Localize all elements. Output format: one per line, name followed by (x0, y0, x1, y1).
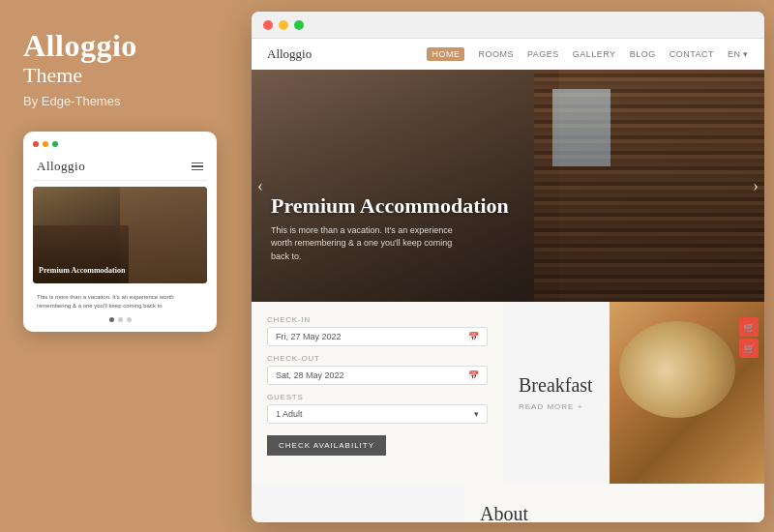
breakfast-bowl-visual (619, 321, 735, 418)
site-logo: Alloggio (267, 46, 312, 62)
checkin-label: CHECK-IN (267, 315, 488, 324)
mobile-header: Alloggio (33, 155, 207, 181)
brand-subtitle: Theme (23, 63, 217, 88)
breakfast-section: Breakfast READ MORE + (503, 302, 764, 484)
check-availability-button[interactable]: CHECK AVAILABILITY (267, 435, 386, 456)
nav-blog[interactable]: BLOG (630, 49, 656, 59)
hero-next-arrow[interactable]: › (753, 176, 759, 196)
mobile-hero-title: Premium Accommodation (39, 266, 125, 276)
nav-pages[interactable]: PAGES (527, 49, 559, 59)
hamburger-icon[interactable] (192, 163, 203, 171)
hero-subtitle: This is more than a vacation. It's an ex… (271, 224, 464, 264)
hero-section: ‹ › Premium Accommodation This is more t… (252, 70, 764, 302)
mobile-dot-1[interactable] (109, 317, 114, 322)
breakfast-read-more[interactable]: READ MORE + (519, 402, 593, 411)
checkin-input[interactable]: Fri, 27 May 2022 📅 (267, 327, 488, 346)
nav-contact[interactable]: CONTACT (670, 49, 714, 59)
guests-select[interactable]: 1 Adult ▾ (267, 404, 488, 424)
guests-field: GUESTS 1 Adult ▾ (267, 393, 488, 424)
floating-icon-2[interactable]: 🛒 (739, 339, 759, 358)
guests-value: 1 Adult (276, 409, 303, 419)
hero-title: Premium Accommodation (271, 193, 509, 219)
nav-rooms[interactable]: ROOMS (478, 49, 514, 59)
mobile-close-dot (33, 141, 39, 147)
mobile-max-dot (52, 141, 58, 147)
hero-text-block: Premium Accommodation This is more than … (271, 193, 509, 264)
floating-icons: 🛒 🛒 (739, 317, 759, 358)
nav-lang[interactable]: EN ▾ (728, 49, 749, 59)
mobile-dot-3[interactable] (127, 317, 132, 322)
checkout-label: CHECK-OUT (267, 354, 488, 363)
about-title: About (480, 503, 528, 523)
browser-close-button[interactable] (263, 20, 273, 30)
checkin-value: Fri, 27 May 2022 (276, 332, 342, 341)
left-panel: Alloggio Theme By Edge-Themes Alloggio P… (0, 0, 240, 532)
hero-overlay (252, 70, 764, 302)
browser-topbar (252, 12, 764, 39)
mobile-min-dot (43, 141, 48, 147)
browser-maximize-button[interactable] (294, 20, 304, 30)
site-navigation: Alloggio HOME ROOMS PAGES GALLERY BLOG C… (252, 39, 764, 70)
hero-prev-arrow[interactable]: ‹ (257, 176, 263, 196)
floating-icon-1[interactable]: 🛒 (739, 317, 759, 337)
nav-links: HOME ROOMS PAGES GALLERY BLOG CONTACT EN… (427, 47, 749, 61)
brand-title: Alloggio (23, 29, 217, 63)
brand-by: By Edge-Themes (23, 94, 217, 108)
mobile-hero-image: Premium Accommodation (33, 187, 207, 283)
checkout-input[interactable]: Sat, 28 May 2022 📅 (267, 366, 488, 385)
mobile-logo: Alloggio (37, 159, 85, 174)
booking-section: CHECK-IN Fri, 27 May 2022 📅 CHECK-OUT Sa… (252, 302, 503, 484)
nav-gallery[interactable]: GALLERY (573, 49, 616, 59)
checkout-field: CHECK-OUT Sat, 28 May 2022 📅 (267, 354, 488, 385)
mobile-hero-body-text: This is more than a vacation. It's an ex… (33, 289, 207, 313)
mobile-window-controls (33, 141, 207, 147)
checkin-field: CHECK-IN Fri, 27 May 2022 📅 (267, 315, 488, 346)
guests-label: GUESTS (267, 393, 488, 401)
nav-home[interactable]: HOME (427, 47, 464, 61)
about-section: About (464, 484, 764, 522)
chevron-down-icon: ▾ (474, 409, 479, 419)
mobile-firewood-texture (120, 187, 207, 283)
calendar-icon-2: 📅 (468, 370, 479, 380)
mobile-carousel-dots (33, 317, 207, 322)
checkout-value: Sat, 28 May 2022 (276, 370, 344, 380)
calendar-icon: 📅 (468, 332, 479, 341)
browser-minimize-button[interactable] (279, 20, 288, 30)
breakfast-title: Breakfast (519, 374, 593, 397)
mobile-dot-2[interactable] (118, 317, 123, 322)
browser-mockup: Alloggio HOME ROOMS PAGES GALLERY BLOG C… (252, 12, 764, 522)
breakfast-text: Breakfast READ MORE + (519, 374, 593, 411)
mobile-mockup: Alloggio Premium Accommodation This is m… (23, 132, 217, 332)
